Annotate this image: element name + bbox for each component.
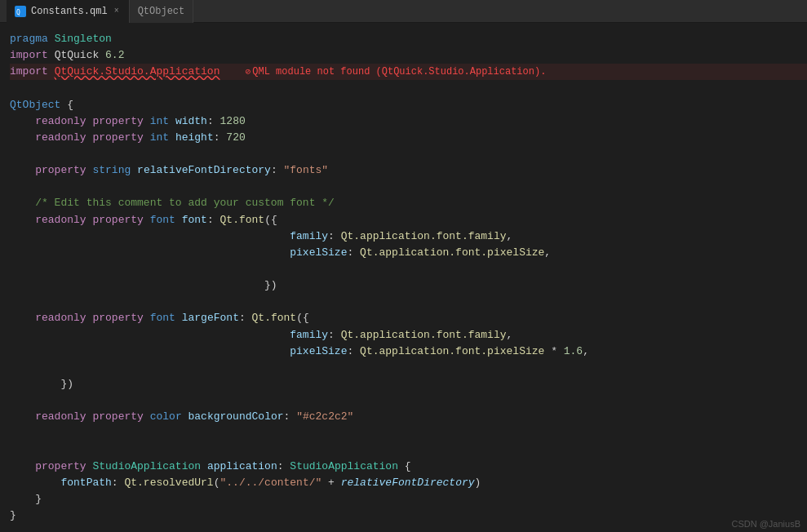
kw-singleton: Singleton <box>55 31 112 47</box>
code-line-17 <box>10 294 807 310</box>
val-path: "../../content/" <box>219 475 321 491</box>
code-line-5: QtObject { <box>10 97 807 113</box>
prop-width: width <box>175 113 207 130</box>
kw-import1: import <box>10 47 48 64</box>
code-line-23 <box>10 392 807 409</box>
prop-bgcolor: backgroundColor <box>188 409 284 425</box>
code-line-15 <box>10 261 807 277</box>
code-line-12: readonly property font font: Qt.font({ <box>10 212 807 228</box>
tab-constants-close[interactable]: × <box>113 6 121 16</box>
val-fontdirref: relativeFontDirectory <box>341 475 475 491</box>
kw-readonly1: readonly <box>35 113 86 130</box>
kw-studiotype2: StudioApplication <box>290 459 398 475</box>
code-line-14: pixelSize: Qt.application.font.pixelSize… <box>10 245 807 261</box>
val-family2: Qt.application.font.family <box>341 327 507 344</box>
watermark: CSDN @JaniusB <box>731 519 800 529</box>
code-line-18: readonly property font largeFont: Qt.fon… <box>10 310 807 326</box>
kw-readonly5: readonly <box>35 409 86 425</box>
code-line-26 <box>10 442 807 459</box>
code-line-16: }) <box>10 277 807 294</box>
code-line-30: } <box>10 508 807 524</box>
code-line-10 <box>10 179 807 195</box>
kw-property6: property <box>92 409 143 425</box>
error-icon: ⊘ <box>246 65 251 79</box>
code-line-9: property string relativeFontDirectory: "… <box>10 162 807 179</box>
tab-qtobject-label: QtObject <box>138 6 185 17</box>
svg-text:Q: Q <box>16 9 20 16</box>
kw-import2: import <box>10 64 48 80</box>
kw-font2: font <box>150 310 175 326</box>
code-line-11: /* Edit this comment to add your custom … <box>10 195 807 211</box>
code-line-6: readonly property int width: 1280 <box>10 113 807 130</box>
kw-font1: font <box>150 212 175 228</box>
code-line-28: fontPath: Qt.resolvedUrl("../../content/… <box>10 475 807 491</box>
code-line-7: readonly property int height: 720 <box>10 130 807 146</box>
val-height: 720 <box>226 130 245 146</box>
prop-largefont: largeFont <box>182 310 239 326</box>
code-line-1: pragma Singleton <box>10 31 807 47</box>
fn-qtfont2: Qt.font <box>252 310 297 326</box>
val-pixelsize2: Qt.application.font.pixelSize <box>360 344 544 360</box>
code-line-2: import QtQuick 6.2 <box>10 47 807 64</box>
kw-string: string <box>92 162 131 179</box>
fn-qtfont1: Qt.font <box>220 212 265 228</box>
val-bgcolor: "#c2c2c2" <box>296 409 353 425</box>
val-family1: Qt.application.font.family <box>341 228 507 245</box>
kw-readonly2: readonly <box>35 130 86 146</box>
tab-constants-label: Constants.qml <box>31 6 108 17</box>
kw-property5: property <box>92 310 143 326</box>
kw-readonly4: readonly <box>35 310 86 326</box>
comment-text: /* Edit this comment to add your custom … <box>35 195 335 211</box>
code-line-8 <box>10 146 807 162</box>
tab-qtobject[interactable]: QtObject <box>130 0 194 23</box>
import-qtquick: QtQuick <box>55 47 100 64</box>
kw-property2: property <box>92 130 143 146</box>
kw-property4: property <box>92 212 143 228</box>
code-line-22: }) <box>10 376 807 392</box>
prop-pixelsize1: pixelSize <box>290 245 347 261</box>
ver-qtquick: 6.2 <box>105 47 124 64</box>
error-msg: QML module not found (QtQuick.Studio.App… <box>252 64 546 80</box>
kw-property3: property <box>35 162 86 179</box>
kw-studiotype: StudioApplication <box>92 459 201 475</box>
title-bar: Q Constants.qml × QtObject <box>0 0 807 23</box>
tab-constants[interactable]: Q Constants.qml × <box>7 0 130 23</box>
prop-fontdir: relativeFontDirectory <box>137 162 271 179</box>
code-line-25 <box>10 425 807 441</box>
kw-readonly3: readonly <box>35 212 86 228</box>
prop-font: font <box>182 212 207 228</box>
code-line-21 <box>10 360 807 376</box>
val-multiplier: 1.6 <box>564 344 583 360</box>
code-area: pragma Singleton import QtQuick 6.2 impo… <box>0 23 807 532</box>
code-line-3: import QtQuick.Studio.Application ⊘QML m… <box>10 64 807 80</box>
qml-file-icon: Q <box>15 6 26 17</box>
prop-family2: family <box>290 327 328 344</box>
code-line-19: family: Qt.application.font.family, <box>10 327 807 344</box>
code-line-27: property StudioApplication application: … <box>10 459 807 475</box>
kw-qtobject: QtObject <box>10 97 60 113</box>
kw-pragma: pragma <box>10 31 48 47</box>
kw-color: color <box>150 409 182 425</box>
prop-application: application <box>207 459 277 475</box>
kw-int2: int <box>150 130 169 146</box>
prop-height: height <box>175 130 214 146</box>
kw-property1: property <box>92 113 143 130</box>
import-studio: QtQuick.Studio.Application <box>55 64 220 80</box>
prop-pixelsize2: pixelSize <box>290 344 347 360</box>
fn-resolvedurl: Qt.resolvedUrl <box>124 475 213 491</box>
val-pixelsize1: Qt.application.font.pixelSize <box>360 245 544 261</box>
val-fontdir: "fonts" <box>284 162 329 179</box>
code-line-4 <box>10 80 807 96</box>
prop-family1: family <box>290 228 328 245</box>
prop-fontpath: fontPath <box>60 475 111 491</box>
kw-int1: int <box>150 113 169 130</box>
code-line-20: pixelSize: Qt.application.font.pixelSize… <box>10 344 807 360</box>
code-line-29: } <box>10 491 807 508</box>
val-width: 1280 <box>220 113 246 130</box>
kw-property7: property <box>35 459 86 475</box>
code-line-24: readonly property color backgroundColor:… <box>10 409 807 425</box>
code-line-13: family: Qt.application.font.family, <box>10 228 807 245</box>
